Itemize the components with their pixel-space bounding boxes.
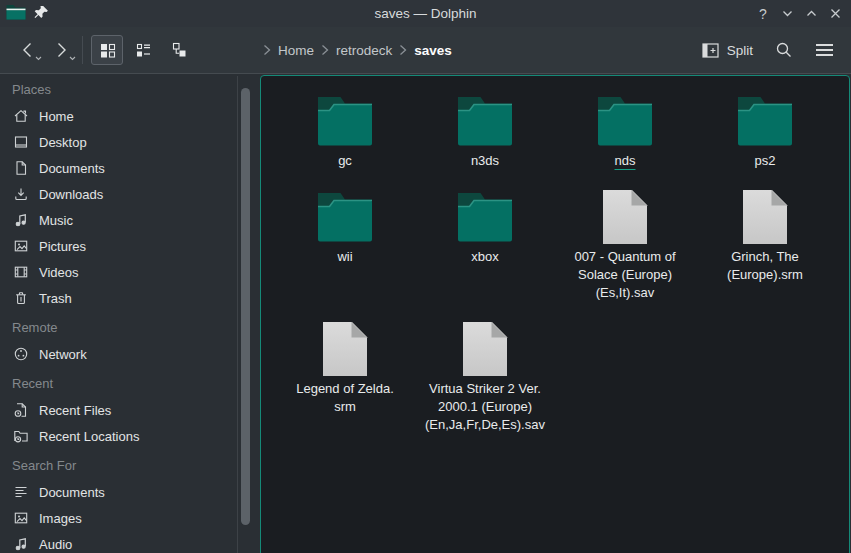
- sidebar-item-label: Documents: [39, 485, 105, 500]
- sidebar-item-trash[interactable]: Trash: [0, 285, 260, 311]
- sidebar-item-label: Network: [39, 347, 87, 362]
- sidebar-item-label: Trash: [39, 291, 72, 306]
- item-label: Virtua Striker 2 Ver.2000.1 (Europe)(En,…: [425, 380, 545, 434]
- sidebar-section-header: Recent: [0, 371, 260, 397]
- image-icon: [12, 510, 29, 527]
- sidebar-item-recent-files[interactable]: Recent Files: [0, 397, 260, 423]
- folder-item-ps2[interactable]: ps2: [695, 92, 835, 170]
- maximize-button[interactable]: [799, 2, 823, 26]
- sidebar-section-search-for: Search ForDocumentsImagesAudio: [0, 453, 260, 553]
- back-button[interactable]: [10, 33, 44, 67]
- sidebar-section-recent: RecentRecent FilesRecent Locations: [0, 371, 260, 449]
- sidebar-item-desktop[interactable]: Desktop: [0, 129, 260, 155]
- recent-file-icon: [12, 402, 29, 419]
- split-view-icon: [702, 43, 719, 58]
- window-title: saves — Dolphin: [0, 0, 851, 27]
- icons-view-icon: [99, 42, 116, 59]
- details-view-button[interactable]: [127, 35, 159, 65]
- breadcrumb-item-saves[interactable]: saves: [414, 43, 452, 58]
- minimize-button[interactable]: [775, 2, 799, 26]
- sidebar-item-documents[interactable]: Documents: [0, 155, 260, 181]
- breadcrumb-chevron-icon: [321, 44, 329, 56]
- home-icon: [12, 108, 29, 125]
- item-label: ps2: [755, 152, 776, 170]
- folder-item-n3ds[interactable]: n3ds: [415, 92, 555, 170]
- help-button[interactable]: ?: [751, 2, 775, 26]
- icons-view-button[interactable]: [91, 35, 123, 65]
- recent-folder-icon: [12, 428, 29, 445]
- titlebar[interactable]: saves — Dolphin ?: [0, 0, 851, 27]
- places-panel: PlacesHomeDesktopDocumentsDownloadsMusic…: [0, 74, 260, 553]
- file-item-legend-of-zelda-srm[interactable]: Legend of Zelda.srm: [275, 320, 415, 416]
- sidebar-section-header: Places: [0, 77, 260, 103]
- sidebar-item-home[interactable]: Home: [0, 103, 260, 129]
- sidebar-item-label: Documents: [39, 161, 105, 176]
- breadcrumb-item-home[interactable]: Home: [278, 43, 314, 58]
- folder-item-xbox[interactable]: xbox: [415, 188, 555, 266]
- sidebar-section-remote: RemoteNetwork: [0, 315, 260, 367]
- folder-item-nds[interactable]: nds: [555, 92, 695, 170]
- sidebar-item-network[interactable]: Network: [0, 341, 260, 367]
- sidebar-section-header: Remote: [0, 315, 260, 341]
- close-button[interactable]: [823, 2, 847, 26]
- trash-icon: [12, 290, 29, 307]
- file-item-virtua-striker-2-ver-2000-1-europe-en-ja[interactable]: Virtua Striker 2 Ver.2000.1 (Europe)(En,…: [415, 320, 555, 434]
- dolphin-window: saves — Dolphin ?: [0, 0, 851, 553]
- sidebar-section-places: PlacesHomeDesktopDocumentsDownloadsMusic…: [0, 77, 260, 311]
- download-icon: [12, 186, 29, 203]
- sidebar-item-images[interactable]: Images: [0, 505, 260, 531]
- item-label: Grinch, The(Europe).srm: [727, 248, 803, 284]
- sidebar-item-videos[interactable]: Videos: [0, 259, 260, 285]
- details-view-icon: [135, 42, 152, 59]
- sidebar-item-label: Recent Locations: [39, 429, 139, 444]
- item-label: wii: [337, 248, 352, 266]
- file-icon: [742, 188, 788, 246]
- text-lines-icon: [12, 484, 29, 501]
- menu-button[interactable]: [807, 33, 841, 67]
- forward-history-caret-icon[interactable]: [69, 49, 76, 64]
- sidebar-item-recent-locations[interactable]: Recent Locations: [0, 423, 260, 449]
- breadcrumb-item-retrodeck[interactable]: retrodeck: [336, 43, 392, 58]
- item-label: Legend of Zelda.srm: [296, 380, 394, 416]
- sidebar-item-label: Downloads: [39, 187, 103, 202]
- sidebar-item-documents[interactable]: Documents: [0, 479, 260, 505]
- item-label: n3ds: [471, 152, 499, 170]
- file-item-007-quantum-of-solace-europe-es-it-sav[interactable]: 007 - Quantum ofSolace (Europe)(Es,It).s…: [555, 188, 695, 302]
- search-button[interactable]: [767, 33, 801, 67]
- sidebar-item-audio[interactable]: Audio: [0, 531, 260, 553]
- sidebar-item-pictures[interactable]: Pictures: [0, 233, 260, 259]
- sidebar-section-header: Search For: [0, 453, 260, 479]
- file-icon: [602, 188, 648, 246]
- breadcrumb-chevron-icon: [399, 44, 407, 56]
- sidebar-item-label: Music: [39, 213, 73, 228]
- folder-item-wii[interactable]: wii: [275, 188, 415, 266]
- sidebar-item-music[interactable]: Music: [0, 207, 260, 233]
- sidebar-item-label: Audio: [39, 537, 72, 552]
- toolbar: Homeretrodecksaves Split: [0, 27, 851, 74]
- sidebar-item-label: Videos: [39, 265, 79, 280]
- search-icon: [775, 41, 793, 59]
- back-history-caret-icon[interactable]: [35, 49, 42, 64]
- split-button[interactable]: Split: [694, 33, 761, 67]
- item-label: xbox: [471, 248, 498, 266]
- file-grid: gc n3ds nds ps2 wii xbox 007 - Quantum o…: [261, 76, 849, 434]
- file-icon: [322, 320, 368, 378]
- folder-view[interactable]: gc n3ds nds ps2 wii xbox 007 - Quantum o…: [260, 75, 850, 553]
- item-label: 007 - Quantum ofSolace (Europe)(Es,It).s…: [574, 248, 675, 302]
- item-label: gc: [338, 152, 352, 170]
- image-icon: [12, 238, 29, 255]
- folder-icon: [317, 92, 373, 150]
- toolbar-separator: [82, 36, 83, 64]
- sidebar-item-label: Desktop: [39, 135, 87, 150]
- sidebar-scrollbar-thumb[interactable]: [241, 88, 250, 525]
- sidebar-scrollbar-track[interactable]: [237, 76, 238, 553]
- folder-icon: [737, 92, 793, 150]
- tree-view-button[interactable]: [163, 35, 195, 65]
- forward-button[interactable]: [44, 33, 78, 67]
- folder-icon: [317, 188, 373, 246]
- file-item-grinch-the-europe-srm[interactable]: Grinch, The(Europe).srm: [695, 188, 835, 284]
- folder-item-gc[interactable]: gc: [275, 92, 415, 170]
- sidebar-item-label: Home: [39, 109, 74, 124]
- sidebar-item-downloads[interactable]: Downloads: [0, 181, 260, 207]
- music-icon: [12, 212, 29, 229]
